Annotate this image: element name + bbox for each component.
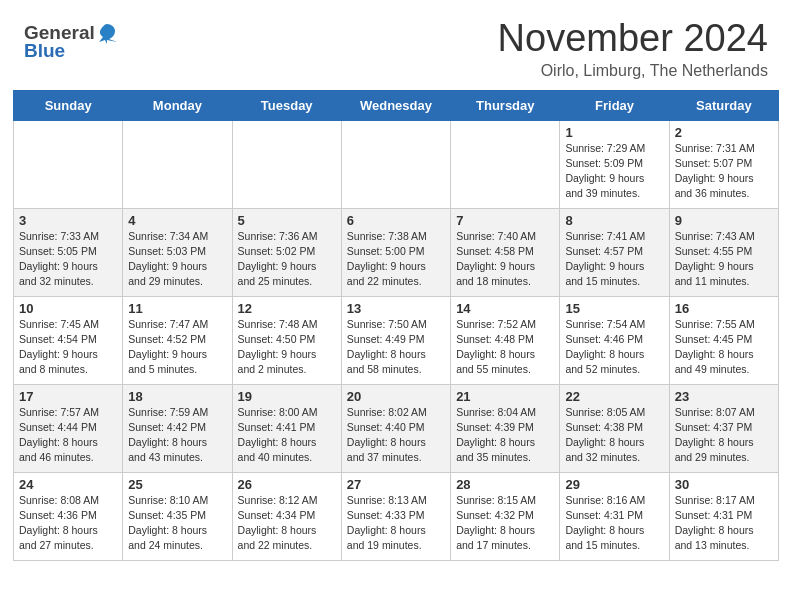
calendar-cell: 9Sunrise: 7:43 AM Sunset: 4:55 PM Daylig… xyxy=(669,208,778,296)
calendar-cell: 27Sunrise: 8:13 AM Sunset: 4:33 PM Dayli… xyxy=(341,472,450,560)
calendar-cell: 12Sunrise: 7:48 AM Sunset: 4:50 PM Dayli… xyxy=(232,296,341,384)
calendar-cell: 2Sunrise: 7:31 AM Sunset: 5:07 PM Daylig… xyxy=(669,120,778,208)
logo: General Blue xyxy=(24,18,119,62)
day-info: Sunrise: 8:10 AM Sunset: 4:35 PM Dayligh… xyxy=(128,493,226,554)
day-info: Sunrise: 7:41 AM Sunset: 4:57 PM Dayligh… xyxy=(565,229,663,290)
day-info: Sunrise: 7:57 AM Sunset: 4:44 PM Dayligh… xyxy=(19,405,117,466)
day-info: Sunrise: 7:59 AM Sunset: 4:42 PM Dayligh… xyxy=(128,405,226,466)
calendar-cell: 24Sunrise: 8:08 AM Sunset: 4:36 PM Dayli… xyxy=(14,472,123,560)
day-info: Sunrise: 8:08 AM Sunset: 4:36 PM Dayligh… xyxy=(19,493,117,554)
calendar-cell: 21Sunrise: 8:04 AM Sunset: 4:39 PM Dayli… xyxy=(451,384,560,472)
calendar-cell: 1Sunrise: 7:29 AM Sunset: 5:09 PM Daylig… xyxy=(560,120,669,208)
day-info: Sunrise: 7:47 AM Sunset: 4:52 PM Dayligh… xyxy=(128,317,226,378)
day-number: 20 xyxy=(347,389,445,404)
day-number: 5 xyxy=(238,213,336,228)
day-number: 3 xyxy=(19,213,117,228)
calendar-week-2: 3Sunrise: 7:33 AM Sunset: 5:05 PM Daylig… xyxy=(14,208,779,296)
day-number: 28 xyxy=(456,477,554,492)
calendar-cell: 10Sunrise: 7:45 AM Sunset: 4:54 PM Dayli… xyxy=(14,296,123,384)
calendar-cell: 15Sunrise: 7:54 AM Sunset: 4:46 PM Dayli… xyxy=(560,296,669,384)
calendar-cell: 16Sunrise: 7:55 AM Sunset: 4:45 PM Dayli… xyxy=(669,296,778,384)
day-info: Sunrise: 7:34 AM Sunset: 5:03 PM Dayligh… xyxy=(128,229,226,290)
day-number: 24 xyxy=(19,477,117,492)
header-monday: Monday xyxy=(123,90,232,120)
day-number: 30 xyxy=(675,477,773,492)
month-title: November 2024 xyxy=(498,18,768,60)
day-number: 17 xyxy=(19,389,117,404)
calendar-week-4: 17Sunrise: 7:57 AM Sunset: 4:44 PM Dayli… xyxy=(14,384,779,472)
day-number: 18 xyxy=(128,389,226,404)
day-info: Sunrise: 8:17 AM Sunset: 4:31 PM Dayligh… xyxy=(675,493,773,554)
calendar-cell xyxy=(232,120,341,208)
day-number: 11 xyxy=(128,301,226,316)
calendar-cell: 20Sunrise: 8:02 AM Sunset: 4:40 PM Dayli… xyxy=(341,384,450,472)
day-info: Sunrise: 8:13 AM Sunset: 4:33 PM Dayligh… xyxy=(347,493,445,554)
day-number: 10 xyxy=(19,301,117,316)
day-info: Sunrise: 8:02 AM Sunset: 4:40 PM Dayligh… xyxy=(347,405,445,466)
calendar-cell: 8Sunrise: 7:41 AM Sunset: 4:57 PM Daylig… xyxy=(560,208,669,296)
calendar-cell: 18Sunrise: 7:59 AM Sunset: 4:42 PM Dayli… xyxy=(123,384,232,472)
day-number: 4 xyxy=(128,213,226,228)
day-info: Sunrise: 7:45 AM Sunset: 4:54 PM Dayligh… xyxy=(19,317,117,378)
day-info: Sunrise: 7:31 AM Sunset: 5:07 PM Dayligh… xyxy=(675,141,773,202)
day-number: 23 xyxy=(675,389,773,404)
calendar-cell: 19Sunrise: 8:00 AM Sunset: 4:41 PM Dayli… xyxy=(232,384,341,472)
day-info: Sunrise: 8:16 AM Sunset: 4:31 PM Dayligh… xyxy=(565,493,663,554)
day-info: Sunrise: 7:50 AM Sunset: 4:49 PM Dayligh… xyxy=(347,317,445,378)
calendar-header-row: Sunday Monday Tuesday Wednesday Thursday… xyxy=(14,90,779,120)
day-info: Sunrise: 7:33 AM Sunset: 5:05 PM Dayligh… xyxy=(19,229,117,290)
header-tuesday: Tuesday xyxy=(232,90,341,120)
calendar-cell: 25Sunrise: 8:10 AM Sunset: 4:35 PM Dayli… xyxy=(123,472,232,560)
day-number: 14 xyxy=(456,301,554,316)
calendar-cell: 29Sunrise: 8:16 AM Sunset: 4:31 PM Dayli… xyxy=(560,472,669,560)
day-info: Sunrise: 7:40 AM Sunset: 4:58 PM Dayligh… xyxy=(456,229,554,290)
day-info: Sunrise: 7:48 AM Sunset: 4:50 PM Dayligh… xyxy=(238,317,336,378)
header-saturday: Saturday xyxy=(669,90,778,120)
calendar-cell: 6Sunrise: 7:38 AM Sunset: 5:00 PM Daylig… xyxy=(341,208,450,296)
calendar-cell: 13Sunrise: 7:50 AM Sunset: 4:49 PM Dayli… xyxy=(341,296,450,384)
day-info: Sunrise: 8:12 AM Sunset: 4:34 PM Dayligh… xyxy=(238,493,336,554)
day-number: 1 xyxy=(565,125,663,140)
header-wednesday: Wednesday xyxy=(341,90,450,120)
day-number: 2 xyxy=(675,125,773,140)
day-number: 9 xyxy=(675,213,773,228)
calendar-cell: 17Sunrise: 7:57 AM Sunset: 4:44 PM Dayli… xyxy=(14,384,123,472)
day-number: 27 xyxy=(347,477,445,492)
day-number: 29 xyxy=(565,477,663,492)
day-info: Sunrise: 7:54 AM Sunset: 4:46 PM Dayligh… xyxy=(565,317,663,378)
calendar-cell xyxy=(451,120,560,208)
day-info: Sunrise: 8:07 AM Sunset: 4:37 PM Dayligh… xyxy=(675,405,773,466)
calendar-cell: 14Sunrise: 7:52 AM Sunset: 4:48 PM Dayli… xyxy=(451,296,560,384)
day-info: Sunrise: 7:36 AM Sunset: 5:02 PM Dayligh… xyxy=(238,229,336,290)
calendar-week-3: 10Sunrise: 7:45 AM Sunset: 4:54 PM Dayli… xyxy=(14,296,779,384)
day-info: Sunrise: 8:15 AM Sunset: 4:32 PM Dayligh… xyxy=(456,493,554,554)
title-section: November 2024 Oirlo, Limburg, The Nether… xyxy=(498,18,768,80)
day-number: 16 xyxy=(675,301,773,316)
location: Oirlo, Limburg, The Netherlands xyxy=(498,62,768,80)
logo-blue-text: Blue xyxy=(24,40,65,62)
day-number: 26 xyxy=(238,477,336,492)
calendar-cell: 4Sunrise: 7:34 AM Sunset: 5:03 PM Daylig… xyxy=(123,208,232,296)
day-number: 8 xyxy=(565,213,663,228)
calendar-cell xyxy=(341,120,450,208)
day-number: 12 xyxy=(238,301,336,316)
day-number: 6 xyxy=(347,213,445,228)
day-number: 25 xyxy=(128,477,226,492)
calendar-cell xyxy=(123,120,232,208)
day-info: Sunrise: 7:38 AM Sunset: 5:00 PM Dayligh… xyxy=(347,229,445,290)
day-info: Sunrise: 7:52 AM Sunset: 4:48 PM Dayligh… xyxy=(456,317,554,378)
calendar-cell: 11Sunrise: 7:47 AM Sunset: 4:52 PM Dayli… xyxy=(123,296,232,384)
calendar-cell: 23Sunrise: 8:07 AM Sunset: 4:37 PM Dayli… xyxy=(669,384,778,472)
day-number: 13 xyxy=(347,301,445,316)
day-number: 7 xyxy=(456,213,554,228)
calendar-week-5: 24Sunrise: 8:08 AM Sunset: 4:36 PM Dayli… xyxy=(14,472,779,560)
day-number: 21 xyxy=(456,389,554,404)
calendar-table: Sunday Monday Tuesday Wednesday Thursday… xyxy=(13,90,779,561)
calendar-cell xyxy=(14,120,123,208)
day-info: Sunrise: 7:29 AM Sunset: 5:09 PM Dayligh… xyxy=(565,141,663,202)
day-info: Sunrise: 7:55 AM Sunset: 4:45 PM Dayligh… xyxy=(675,317,773,378)
header-thursday: Thursday xyxy=(451,90,560,120)
day-number: 22 xyxy=(565,389,663,404)
calendar-cell: 30Sunrise: 8:17 AM Sunset: 4:31 PM Dayli… xyxy=(669,472,778,560)
day-info: Sunrise: 8:05 AM Sunset: 4:38 PM Dayligh… xyxy=(565,405,663,466)
